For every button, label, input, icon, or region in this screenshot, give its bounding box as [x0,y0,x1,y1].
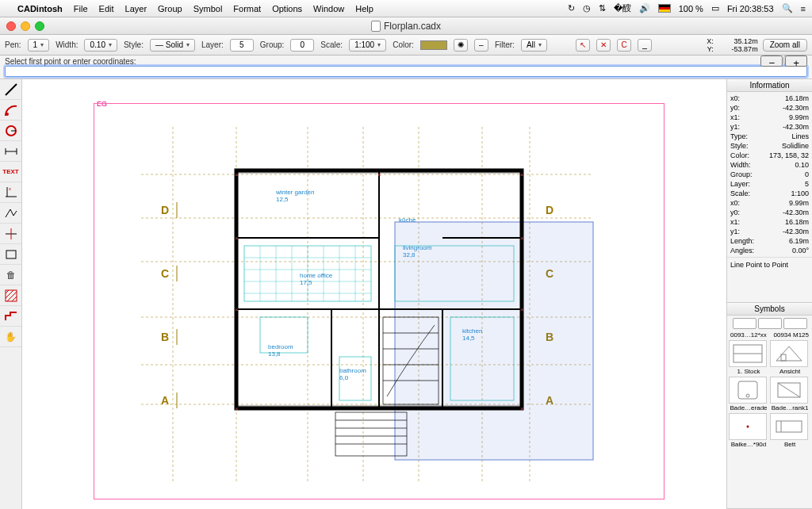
symbol-item[interactable]: 1. Stock [729,340,768,375]
tool-snap[interactable]: ⎯ [638,39,652,52]
symbol-item[interactable]: Bade…erade [729,377,768,411]
menu-edit[interactable]: Edit [99,4,114,13]
tool-axis[interactable]: x [0,182,21,203]
tool-red-c[interactable]: C [617,39,631,52]
input-language-icon[interactable] [658,4,671,13]
tool-delete[interactable]: 🗑 [0,265,21,285]
tool-text[interactable]: TEXT [0,162,21,182]
coord-y-label: Y: [707,45,714,53]
coord-y-value: -53.87m [718,45,758,53]
menubar-clock[interactable]: Fri 20:38:53 [727,4,774,13]
minimize-window-button[interactable] [21,21,30,31]
info-row: Layer:5 [730,179,809,189]
prompt-text: Select first point or enter coordinates: [5,57,807,66]
width-label: Width: [56,40,78,49]
svg-text:6,0: 6,0 [339,374,349,381]
color-label: Color: [393,40,414,49]
menu-format[interactable]: Format [233,4,261,13]
tool-arc[interactable] [0,100,21,121]
color-swatch[interactable] [420,40,447,50]
svg-text:12,5: 12,5 [276,196,289,203]
style-select[interactable]: — Solid [150,39,195,52]
notification-center-icon[interactable]: ≡ [801,4,806,13]
svg-text:C: C [161,267,169,280]
tool-circle[interactable] [0,121,21,141]
app-menu[interactable]: CADintosh [17,4,63,13]
symbol-list: 1. StockAnsichtBade…eradeBade…rank1Balke… [727,339,812,450]
group-label: Group: [260,40,285,49]
group-field[interactable]: 0 [290,39,314,52]
close-window-button[interactable] [6,21,16,31]
tool-trim[interactable] [0,224,21,244]
inspector-sidebar: Information x0:16.18my0:-42.30mx1:9.99my… [726,79,812,509]
tool-hatch[interactable] [0,285,21,306]
filter-select[interactable]: All [521,39,547,52]
pen-select[interactable]: 1 [28,39,50,52]
info-row: y0:-42.30m [730,103,809,113]
tool-red-close[interactable]: ✕ [596,39,611,52]
svg-text:B: B [161,331,169,343]
tool-wall[interactable] [0,306,21,327]
info-row: y1:-42.30m [730,227,809,236]
symbol-shape-2[interactable] [758,318,782,329]
menu-window[interactable]: Window [313,4,344,13]
volume-icon[interactable]: 🔊 [639,3,650,13]
layer-field[interactable]: 5 [230,39,254,52]
battery-icon: ▭ [711,3,719,13]
menu-options[interactable]: Options [272,4,302,13]
width-select[interactable]: 0.10 [84,39,117,52]
zoom-window-button[interactable] [35,21,44,31]
tool-red-x[interactable]: ↖ [576,39,590,52]
tool-rect[interactable] [0,244,21,265]
spotlight-icon[interactable]: 🔍 [782,3,793,13]
svg-text:×: × [520,405,524,412]
drawing-canvas[interactable]: EG AA BB CC DD [22,79,726,509]
symbol-head-2: 00934 M125 [774,331,809,339]
svg-text:x: x [9,186,11,191]
svg-text:küche: küche [399,216,416,224]
info-panel: x0:16.18my0:-42.30mx1:9.99my1:-42.30mTyp… [727,92,812,257]
svg-text:×: × [235,306,239,313]
svg-text:bathroom: bathroom [339,367,366,374]
style-label: Style: [124,40,144,49]
zoom-all-button[interactable]: Zoom all [763,39,807,52]
symbol-item[interactable]: Ansicht [770,340,810,375]
svg-line-111 [778,383,800,397]
window-titlebar: Florplan.cadx [0,17,812,35]
menu-symbol[interactable]: Symbol [193,4,223,13]
symbol-item[interactable]: Bade…rank1 [770,377,810,411]
zoom-out-button[interactable]: − [760,55,783,67]
network-icon[interactable]: ⇅ [599,3,606,13]
dash-icon[interactable]: – [474,39,488,52]
menu-help[interactable]: Help [355,4,373,13]
tool-pan[interactable]: ✋ [0,327,21,347]
scale-select[interactable]: 1:100 [349,39,386,52]
coordinate-input[interactable] [5,66,807,77]
sync-icon[interactable]: ↻ [568,3,575,13]
symbol-shape-3[interactable] [783,318,807,329]
tool-dimension[interactable] [0,141,21,162]
tool-line[interactable] [0,79,21,100]
menu-file[interactable]: File [74,4,88,13]
svg-line-14 [6,290,9,293]
svg-rect-43 [395,222,593,460]
symbol-item[interactable]: Balke…*90d [729,413,768,448]
svg-text:×: × [520,235,524,242]
properties-toolbar: Pen: 1 Width: 0.10 Style: — Solid Layer:… [0,35,812,55]
symbol-shape-1[interactable] [733,318,756,329]
menu-layer[interactable]: Layer [125,4,147,13]
info-row: Type:Lines [730,132,809,141]
info-row: Width:0.10 [730,160,809,170]
battery-status[interactable]: 100 % [679,4,703,13]
clock-icon[interactable]: ◷ [583,3,591,13]
zoom-in-button[interactable]: + [785,55,807,67]
info-row: y0:-42.30m [730,208,809,217]
wifi-icon[interactable]: �醙 [614,2,631,14]
tool-polyline[interactable] [0,203,21,224]
menu-group[interactable]: Group [158,4,182,13]
settings-icon[interactable]: ✺ [454,39,468,52]
symbol-item[interactable]: Bett [770,413,810,448]
symbol-head-1: 0093…12*xx [730,331,767,339]
scale-label: Scale: [320,40,343,49]
info-row: x1:16.18m [730,217,809,227]
